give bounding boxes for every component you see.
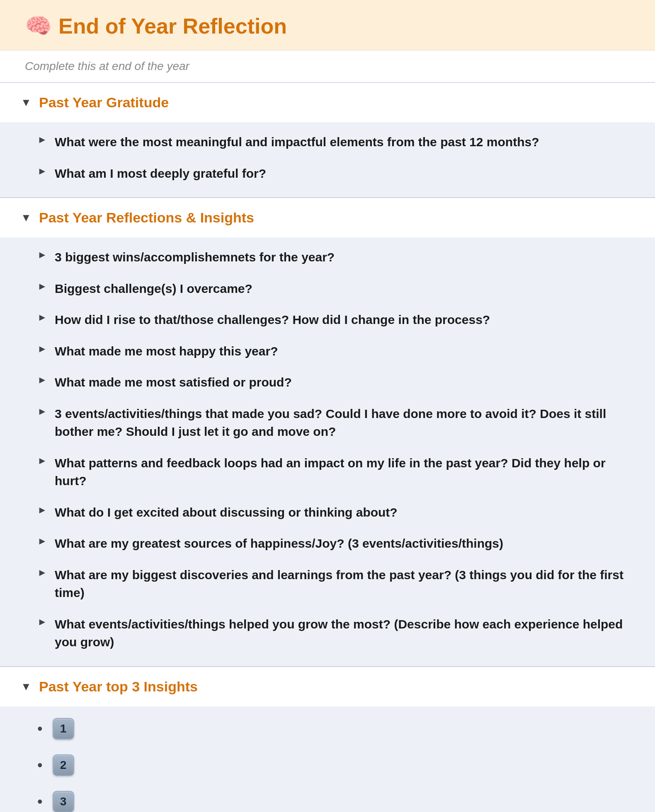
- number-badge-2: 2: [53, 754, 74, 776]
- item-toggle-icon: ►: [37, 312, 47, 323]
- item-text: 3 biggest wins/accomplishemnets for the …: [55, 248, 335, 266]
- section-title: Past Year Gratitude: [39, 94, 169, 111]
- list-item[interactable]: ►What made me most happy this year?: [0, 336, 655, 367]
- page-container: 🧠 End of Year Reflection Complete this a…: [0, 0, 655, 812]
- section-header-past-year-reflections[interactable]: ▼Past Year Reflections & Insights: [0, 198, 655, 237]
- item-toggle-icon: ►: [37, 406, 47, 417]
- list-item[interactable]: ►What were the most meaningful and impac…: [0, 126, 655, 158]
- list-item[interactable]: ►What am I most deeply grateful for?: [0, 158, 655, 189]
- item-text: What do I get excited about discussing o…: [55, 503, 398, 522]
- brain-emoji: 🧠: [25, 13, 52, 39]
- item-toggle-icon: ►: [37, 616, 47, 628]
- item-toggle-icon: ►: [37, 343, 47, 355]
- section-past-year-reflections: ▼Past Year Reflections & Insights►3 bigg…: [0, 198, 655, 667]
- list-item[interactable]: ►What events/activities/things helped yo…: [0, 609, 655, 658]
- bullet-dot-icon: •: [37, 756, 43, 774]
- item-text: 3 events/activities/things that made you…: [55, 405, 630, 441]
- item-toggle-icon: ►: [37, 249, 47, 261]
- section-body-past-year-gratitude: ►What were the most meaningful and impac…: [0, 122, 655, 197]
- item-toggle-icon: ►: [37, 280, 47, 292]
- number-badge-1: 1: [53, 718, 74, 740]
- section-toggle-icon: ▼: [21, 680, 32, 693]
- item-toggle-icon: ►: [37, 535, 47, 547]
- item-text: What made me most satisfied or proud?: [55, 373, 292, 392]
- bullet-item[interactable]: •1: [0, 710, 655, 747]
- section-toggle-icon: ▼: [21, 211, 32, 224]
- item-text: Biggest challenge(s) I overcame?: [55, 280, 252, 298]
- item-toggle-icon: ►: [37, 455, 47, 466]
- item-toggle-icon: ►: [37, 567, 47, 578]
- subtitle-text: Complete this at end of the year: [25, 60, 189, 72]
- page-header: 🧠 End of Year Reflection: [0, 0, 655, 51]
- list-item[interactable]: ►What are my biggest discoveries and lea…: [0, 559, 655, 609]
- item-text: What patterns and feedback loops had an …: [55, 454, 630, 490]
- sections-container: ▼Past Year Gratitude►What were the most …: [0, 83, 655, 812]
- section-body-past-year-reflections: ►3 biggest wins/accomplishemnets for the…: [0, 237, 655, 666]
- item-text: What made me most happy this year?: [55, 342, 278, 360]
- section-header-past-year-gratitude[interactable]: ▼Past Year Gratitude: [0, 83, 655, 122]
- item-text: What are my greatest sources of happines…: [55, 534, 503, 553]
- bullet-dot-icon: •: [37, 793, 43, 810]
- item-text: What are my biggest discoveries and lear…: [55, 566, 630, 602]
- section-toggle-icon: ▼: [21, 96, 32, 109]
- item-text: How did I rise to that/those challenges?…: [55, 311, 490, 329]
- item-text: What am I most deeply grateful for?: [55, 164, 266, 183]
- bullet-dot-icon: •: [37, 720, 43, 737]
- item-toggle-icon: ►: [37, 165, 47, 177]
- section-header-past-year-top-3-insights[interactable]: ▼Past Year top 3 Insights: [0, 667, 655, 706]
- bullet-item[interactable]: •3: [0, 783, 655, 812]
- item-toggle-icon: ►: [37, 134, 47, 145]
- list-item[interactable]: ►3 biggest wins/accomplishemnets for the…: [0, 242, 655, 273]
- number-badge-3: 3: [53, 791, 74, 812]
- list-item[interactable]: ►Biggest challenge(s) I overcame?: [0, 273, 655, 304]
- item-text: What events/activities/things helped you…: [55, 615, 630, 651]
- item-toggle-icon: ►: [37, 374, 47, 386]
- subtitle-bar: Complete this at end of the year: [0, 51, 655, 83]
- bullet-item[interactable]: •2: [0, 747, 655, 783]
- list-item[interactable]: ►What patterns and feedback loops had an…: [0, 447, 655, 497]
- list-item[interactable]: ►What do I get excited about discussing …: [0, 497, 655, 528]
- list-item[interactable]: ►What are my greatest sources of happine…: [0, 528, 655, 559]
- page-title-text: End of Year Reflection: [58, 14, 287, 39]
- list-item[interactable]: ►What made me most satisfied or proud?: [0, 367, 655, 398]
- section-past-year-top-3-insights: ▼Past Year top 3 Insights•1•2•3: [0, 667, 655, 812]
- section-body-past-year-top-3-insights: •1•2•3: [0, 706, 655, 812]
- item-text: What were the most meaningful and impact…: [55, 133, 539, 151]
- section-past-year-gratitude: ▼Past Year Gratitude►What were the most …: [0, 83, 655, 198]
- page-title: 🧠 End of Year Reflection: [25, 13, 630, 39]
- list-item[interactable]: ►3 events/activities/things that made yo…: [0, 398, 655, 447]
- section-title: Past Year Reflections & Insights: [39, 210, 254, 226]
- section-title: Past Year top 3 Insights: [39, 679, 198, 695]
- list-item[interactable]: ►How did I rise to that/those challenges…: [0, 304, 655, 336]
- item-toggle-icon: ►: [37, 504, 47, 516]
